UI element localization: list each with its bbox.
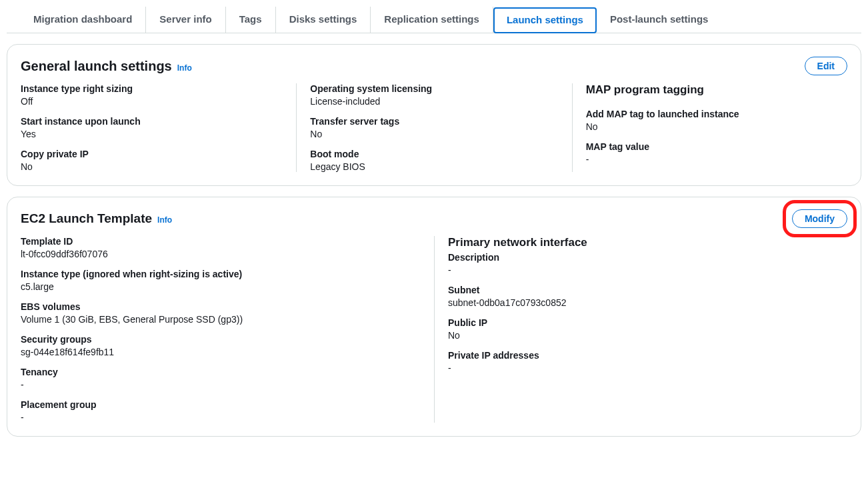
value-public-ip: No (448, 330, 834, 341)
tab-tags[interactable]: Tags (226, 7, 276, 33)
tab-launch-settings[interactable]: Launch settings (493, 7, 597, 33)
ec2-title-wrap: EC2 Launch Template Info (21, 211, 172, 226)
kv-os-licensing: Operating system licensing License-inclu… (310, 83, 558, 107)
kv-map-tag-value: MAP tag value - (586, 141, 834, 165)
value-boot-mode: Legacy BIOS (310, 161, 558, 172)
label-start-instance: Start instance upon launch (21, 116, 283, 127)
value-add-map-tag: No (586, 121, 834, 132)
label-add-map-tag: Add MAP tag to launched instance (586, 109, 834, 119)
kv-instance-type: Instance type (ignored when right-sizing… (21, 269, 421, 292)
kv-start-instance: Start instance upon launch Yes (21, 116, 283, 139)
label-security-groups: Security groups (21, 334, 421, 345)
modify-button[interactable]: Modify (792, 209, 847, 228)
label-copy-private-ip: Copy private IP (21, 149, 283, 159)
label-private-ip-addresses: Private IP addresses (448, 350, 834, 361)
ec2-info-link[interactable]: Info (157, 215, 172, 225)
general-launch-title-wrap: General launch settings Info (21, 59, 192, 74)
label-public-ip: Public IP (448, 317, 834, 328)
value-template-id: lt-0fcc09ddf36f07076 (21, 249, 421, 259)
tab-disks-settings[interactable]: Disks settings (276, 7, 371, 33)
value-security-groups: sg-044e18f614fe9fb11 (21, 347, 421, 357)
kv-public-ip: Public IP No (448, 317, 834, 341)
value-start-instance: Yes (21, 129, 283, 139)
value-map-tag-value: - (586, 154, 834, 165)
value-copy-private-ip: No (21, 161, 283, 172)
general-launch-title: General launch settings (21, 59, 172, 74)
value-subnet: subnet-0db0a17c0793c0852 (448, 297, 834, 308)
ec2-grid: Template ID lt-0fcc09ddf36f07076 Instanc… (21, 236, 847, 423)
kv-tenancy: Tenancy - (21, 367, 421, 390)
kv-transfer-tags: Transfer server tags No (310, 116, 558, 139)
general-launch-grid: Instance type right sizing Off Start ins… (21, 83, 847, 172)
kv-add-map-tag: Add MAP tag to launched instance No (586, 109, 834, 132)
label-boot-mode: Boot mode (310, 149, 558, 159)
label-placement-group: Placement group (21, 399, 421, 410)
ec2-col-left: Template ID lt-0fcc09ddf36f07076 Instanc… (21, 236, 434, 423)
kv-instance-type-right-sizing: Instance type right sizing Off (21, 83, 283, 107)
tab-migration-dashboard[interactable]: Migration dashboard (20, 7, 146, 33)
general-col-right: MAP program tagging Add MAP tag to launc… (572, 83, 847, 172)
general-col-mid: Operating system licensing License-inclu… (296, 83, 571, 172)
kv-private-ip-addresses: Private IP addresses - (448, 350, 834, 373)
value-instance-type-right-sizing: Off (21, 96, 283, 107)
ec2-col-right: Primary network interface Description - … (434, 236, 847, 423)
tabs-nav: Migration dashboard Server info Tags Dis… (7, 7, 861, 33)
kv-placement-group: Placement group - (21, 399, 421, 423)
ec2-launch-template-panel: EC2 Launch Template Info Modify Template… (7, 197, 861, 437)
general-launch-settings-panel: General launch settings Info Edit Instan… (7, 44, 861, 186)
edit-button[interactable]: Edit (805, 57, 847, 75)
label-instance-type-right-sizing: Instance type right sizing (21, 83, 283, 94)
value-os-licensing: License-included (310, 96, 558, 107)
label-instance-type: Instance type (ignored when right-sizing… (21, 269, 421, 279)
general-info-link[interactable]: Info (177, 63, 192, 73)
modify-highlight: Modify (792, 209, 847, 228)
label-tenancy: Tenancy (21, 367, 421, 377)
value-instance-type: c5.large (21, 281, 421, 292)
general-col-left: Instance type right sizing Off Start ins… (21, 83, 296, 172)
kv-boot-mode: Boot mode Legacy BIOS (310, 149, 558, 172)
ec2-title: EC2 Launch Template (21, 211, 152, 226)
label-transfer-tags: Transfer server tags (310, 116, 558, 127)
ec2-header: EC2 Launch Template Info Modify (21, 209, 847, 228)
label-ebs-volumes: EBS volumes (21, 301, 421, 312)
map-program-tagging-heading: MAP program tagging (586, 83, 834, 97)
general-launch-header: General launch settings Info Edit (21, 57, 847, 75)
label-os-licensing: Operating system licensing (310, 83, 558, 94)
label-template-id: Template ID (21, 236, 421, 247)
kv-ebs-volumes: EBS volumes Volume 1 (30 GiB, EBS, Gener… (21, 301, 421, 325)
label-map-tag-value: MAP tag value (586, 141, 834, 152)
tab-post-launch-settings[interactable]: Post-launch settings (597, 7, 722, 33)
kv-subnet: Subnet subnet-0db0a17c0793c0852 (448, 285, 834, 308)
value-tenancy: - (21, 379, 421, 390)
kv-template-id: Template ID lt-0fcc09ddf36f07076 (21, 236, 421, 259)
value-placement-group: - (21, 412, 421, 423)
value-private-ip-addresses: - (448, 363, 834, 373)
kv-description: Description - (448, 252, 834, 275)
tab-replication-settings[interactable]: Replication settings (371, 7, 493, 33)
value-description: - (448, 265, 834, 275)
tab-server-info[interactable]: Server info (146, 7, 225, 33)
primary-network-interface-heading: Primary network interface (448, 236, 834, 249)
kv-copy-private-ip: Copy private IP No (21, 149, 283, 172)
kv-security-groups: Security groups sg-044e18f614fe9fb11 (21, 334, 421, 357)
label-subnet: Subnet (448, 285, 834, 295)
value-ebs-volumes: Volume 1 (30 GiB, EBS, General Purpose S… (21, 314, 421, 325)
label-description: Description (448, 252, 834, 263)
value-transfer-tags: No (310, 129, 558, 139)
